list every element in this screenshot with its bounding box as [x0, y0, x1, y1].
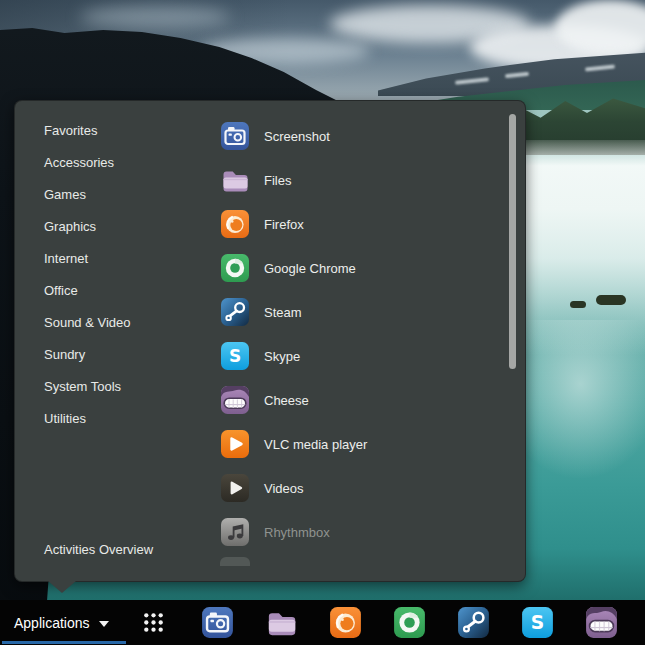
screenshot-icon: [201, 606, 234, 639]
app-item-files[interactable]: Files: [220, 158, 500, 202]
taskbar-item-steam[interactable]: [456, 606, 490, 640]
firefox-icon: [329, 606, 362, 639]
skype-icon: S: [220, 341, 250, 371]
category-item-internet[interactable]: Internet: [28, 243, 198, 275]
screenshot-icon: [220, 121, 250, 151]
app-item-firefox[interactable]: Firefox: [220, 202, 500, 246]
app-item-rhythmbox[interactable]: Rhythmbox: [220, 510, 500, 554]
active-indicator: [2, 641, 126, 644]
steam-icon: [220, 297, 250, 327]
taskbar-item-files[interactable]: [264, 606, 298, 640]
app-label: Rhythmbox: [264, 525, 330, 540]
cheese-icon: [585, 606, 618, 639]
app-label: Screenshot: [264, 129, 330, 144]
category-list: FavoritesAccessoriesGamesGraphicsInterne…: [28, 115, 198, 435]
taskbar-icons: S: [136, 600, 618, 645]
app-item-videos[interactable]: Videos: [220, 466, 500, 510]
app-label: Firefox: [264, 217, 304, 232]
wallpaper-rock: [596, 295, 626, 305]
category-item-sundry[interactable]: Sundry: [28, 339, 198, 371]
app-list: ScreenshotFilesFirefoxGoogle ChromeSteam…: [220, 114, 500, 554]
app-label: Cheese: [264, 393, 309, 408]
steam-icon: [457, 606, 490, 639]
svg-text:S: S: [229, 346, 241, 366]
cheese-icon: [220, 385, 250, 415]
category-item-system-tools[interactable]: System Tools: [28, 371, 198, 403]
app-item-google-chrome[interactable]: Google Chrome: [220, 246, 500, 290]
videos-icon: [220, 473, 250, 503]
rhythmbox-icon: [220, 517, 250, 547]
applications-menu-button[interactable]: Applications: [0, 600, 123, 645]
category-item-sound-video[interactable]: Sound & Video: [28, 307, 198, 339]
app-item-skype[interactable]: SSkype: [220, 334, 500, 378]
taskbar: Applications S: [0, 600, 645, 645]
taskbar-item-show-apps[interactable]: [136, 606, 170, 640]
category-item-graphics[interactable]: Graphics: [28, 211, 198, 243]
app-label: Files: [264, 173, 291, 188]
svg-text:S: S: [530, 612, 543, 633]
taskbar-item-screenshot[interactable]: [200, 606, 234, 640]
files-icon: [265, 606, 298, 639]
activities-overview-item[interactable]: Activities Overview: [44, 537, 153, 563]
app-label: Videos: [264, 481, 304, 496]
chrome-icon: [393, 606, 426, 639]
skype-icon: S: [521, 606, 554, 639]
app-label: Google Chrome: [264, 261, 356, 276]
applications-label: Applications: [14, 615, 90, 631]
wallpaper-cloud: [80, 6, 230, 28]
category-item-favorites[interactable]: Favorites: [28, 115, 198, 147]
app-label: Steam: [264, 305, 302, 320]
taskbar-item-firefox[interactable]: [328, 606, 362, 640]
firefox-icon: [220, 209, 250, 239]
menu-pointer-arrow: [48, 581, 76, 593]
app-item-screenshot[interactable]: Screenshot: [220, 114, 500, 158]
taskbar-item-skype[interactable]: S: [520, 606, 554, 640]
scrollbar-thumb[interactable]: [509, 114, 516, 369]
show-apps-icon: [140, 609, 167, 636]
desktop: FavoritesAccessoriesGamesGraphicsInterne…: [0, 0, 645, 645]
taskbar-item-cheese[interactable]: [584, 606, 618, 640]
chevron-down-icon: [99, 621, 109, 627]
app-label: Skype: [264, 349, 300, 364]
app-label: VLC media player: [264, 437, 367, 452]
wallpaper-rock: [570, 301, 586, 308]
chrome-icon: [220, 253, 250, 283]
category-item-utilities[interactable]: Utilities: [28, 403, 198, 435]
app-item-steam[interactable]: Steam: [220, 290, 500, 334]
app-item-vlc-media-player[interactable]: VLC media player: [220, 422, 500, 466]
category-item-accessories[interactable]: Accessories: [28, 147, 198, 179]
taskbar-item-google-chrome[interactable]: [392, 606, 426, 640]
app-item-cheese[interactable]: Cheese: [220, 378, 500, 422]
category-item-office[interactable]: Office: [28, 275, 198, 307]
files-icon: [220, 165, 250, 195]
partial-app-icon: [220, 557, 250, 566]
category-item-games[interactable]: Games: [28, 179, 198, 211]
applications-menu: FavoritesAccessoriesGamesGraphicsInterne…: [14, 100, 526, 582]
vlc-icon: [220, 429, 250, 459]
